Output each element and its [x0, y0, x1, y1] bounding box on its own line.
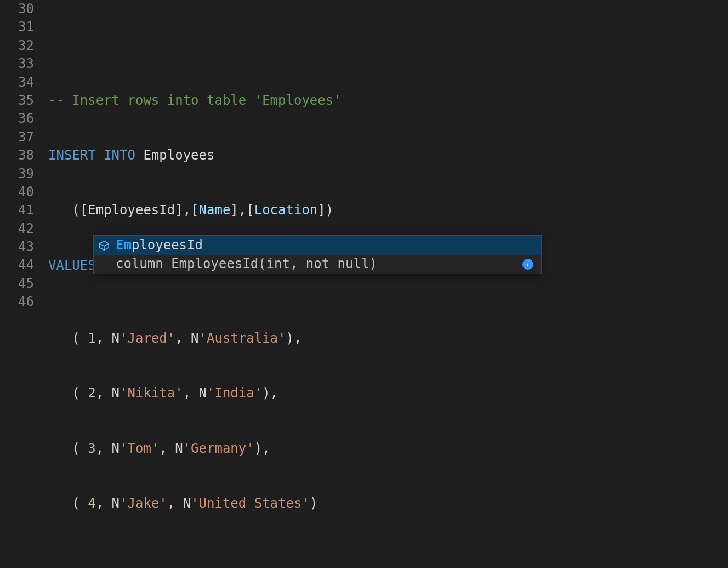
code-editor[interactable]: 3031323334353637383940414243444546 -- In… [0, 0, 728, 568]
line-number: 35 [0, 92, 34, 110]
line-number: 43 [0, 238, 34, 256]
sql-number: 1 [88, 331, 95, 346]
line-number: 40 [0, 183, 34, 201]
sql-keyword: VALUES [48, 258, 96, 273]
line-number: 39 [0, 165, 34, 183]
sql-column: Location [254, 202, 318, 218]
code-line[interactable]: ( 4, N'Jake', N'United States') [48, 495, 728, 513]
line-number: 37 [0, 128, 34, 146]
code-line[interactable]: INSERT INTO Employees [48, 146, 728, 164]
info-icon[interactable]: i [522, 259, 533, 270]
sql-number: 4 [88, 496, 95, 511]
sql-identifier: Employees [143, 147, 214, 163]
intellisense-popup[interactable]: EmployeesId column EmployeesId(int, not … [93, 235, 542, 274]
line-number: 32 [0, 37, 34, 55]
sql-string: 'Australia' [199, 331, 286, 346]
sql-string: 'Nikita' [120, 385, 183, 401]
line-number: 36 [0, 110, 34, 128]
line-number: 31 [0, 18, 34, 36]
code-line[interactable]: ( 3, N'Tom', N'Germany'), [48, 440, 728, 458]
line-number: 41 [0, 201, 34, 219]
sql-number: 3 [88, 441, 95, 456]
sql-string: 'Germany' [183, 441, 254, 456]
sql-comment: -- Insert rows into table 'Employees' [48, 93, 342, 108]
code-line[interactable] [48, 37, 728, 55]
code-line[interactable]: ( 2, N'Nikita', N'India'), [48, 384, 728, 402]
sql-string: 'Jared' [120, 331, 175, 346]
line-number: 30 [0, 0, 34, 18]
line-number: 34 [0, 73, 34, 92]
intellisense-detail-text: column EmployeesId(int, not null) [116, 255, 377, 273]
sql-column: EmployeesId [88, 202, 175, 218]
sql-keyword: INSERT [48, 147, 96, 163]
intellisense-label: EmployeesId [116, 236, 203, 254]
field-icon [98, 240, 110, 252]
line-number: 38 [0, 146, 34, 164]
intellisense-item[interactable]: EmployeesId [94, 236, 541, 255]
sql-string: 'India' [207, 385, 262, 401]
line-number-gutter: 3031323334353637383940414243444546 [0, 0, 48, 568]
sql-keyword: INTO [104, 147, 135, 163]
line-number: 33 [0, 55, 34, 73]
sql-number: 2 [88, 385, 95, 401]
line-number: 46 [0, 293, 34, 311]
sql-string: 'Tom' [120, 441, 159, 456]
line-number: 45 [0, 275, 34, 293]
code-area[interactable]: -- Insert rows into table 'Employees' IN… [48, 0, 728, 568]
line-number: 44 [0, 256, 34, 274]
sql-column: Name [199, 202, 231, 218]
sql-string: 'Jake' [120, 496, 167, 511]
intellisense-detail-row: column EmployeesId(int, not null) i [94, 255, 541, 274]
sql-string: 'United States' [191, 496, 310, 511]
code-line[interactable]: ([EmployeesId],[Name],[Location]) [48, 201, 728, 219]
code-line[interactable]: ( 1, N'Jared', N'Australia'), [48, 330, 728, 348]
line-number: 42 [0, 220, 34, 238]
code-line[interactable]: -- Insert rows into table 'Employees' [48, 92, 728, 110]
